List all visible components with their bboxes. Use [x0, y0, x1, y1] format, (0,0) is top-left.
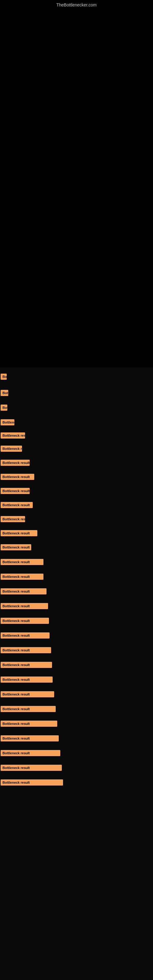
bottleneck-result-badge[interactable]: Bottleneck result: [1, 750, 60, 756]
result-item: Bottleneck result: [0, 404, 153, 413]
result-item: Bottleneck result: [0, 691, 153, 700]
bottleneck-result-badge[interactable]: Bottleneck result: [1, 662, 52, 668]
result-item: Bottleneck result: [0, 735, 153, 744]
bottleneck-result-badge[interactable]: Bottleneck result: [1, 502, 33, 508]
bottleneck-result-badge[interactable]: Bottleneck result: [1, 574, 43, 580]
header-region: TheBottlenecker.com: [0, 0, 153, 368]
bottleneck-result-badge[interactable]: Bottleneck result: [1, 559, 43, 565]
result-item: Bottleneck result: [0, 780, 153, 788]
result-item: Bottleneck result: [0, 516, 153, 525]
result-item: Bottleneck result: [0, 662, 153, 670]
bottleneck-result-badge[interactable]: Bottleneck result: [1, 419, 14, 425]
result-item: Bottleneck result: [0, 721, 153, 729]
bottleneck-result-badge[interactable]: Bottleneck result: [1, 530, 37, 536]
result-item: Bottleneck result: [0, 750, 153, 759]
result-item: Bottleneck result: [0, 390, 153, 398]
bottleneck-result-badge[interactable]: Bottleneck result: [1, 735, 59, 741]
results-container: Bottleneck resultBottleneck resultBottle…: [0, 368, 153, 788]
bottleneck-result-badge[interactable]: Bottleneck result: [1, 488, 30, 494]
bottleneck-result-badge[interactable]: Bottleneck result: [1, 474, 34, 480]
result-item: Bottleneck result: [0, 647, 153, 656]
bottleneck-result-badge[interactable]: Bottleneck result: [1, 721, 57, 727]
result-item: Bottleneck result: [0, 632, 153, 641]
result-item: Bottleneck result: [0, 603, 153, 612]
site-title: TheBottlenecker.com: [56, 2, 97, 7]
bottleneck-result-badge[interactable]: Bottleneck result: [1, 445, 22, 452]
bottleneck-result-badge[interactable]: Bottleneck result: [1, 460, 30, 466]
result-item: Bottleneck result: [0, 618, 153, 626]
result-item: Bottleneck result: [0, 488, 153, 496]
bottleneck-result-badge[interactable]: Bottleneck result: [1, 544, 31, 550]
bottleneck-result-badge[interactable]: Bottleneck result: [1, 618, 49, 624]
result-item: Bottleneck result: [0, 706, 153, 714]
bottleneck-result-badge[interactable]: Bottleneck result: [1, 588, 46, 595]
result-item: Bottleneck result: [0, 460, 153, 468]
bottleneck-result-badge[interactable]: Bottleneck result: [1, 765, 62, 771]
result-item: Bottleneck result: [0, 419, 153, 428]
bottleneck-result-badge[interactable]: Bottleneck result: [1, 404, 7, 411]
result-item: Bottleneck result: [0, 588, 153, 597]
result-item: Bottleneck result: [0, 676, 153, 685]
result-item: Bottleneck result: [0, 445, 153, 454]
bottleneck-result-badge[interactable]: Bottleneck result: [1, 676, 53, 682]
result-item: Bottleneck result: [0, 433, 153, 441]
result-item: Bottleneck result: [0, 374, 153, 382]
result-item: Bottleneck result: [0, 530, 153, 539]
bottleneck-result-badge[interactable]: Bottleneck result: [1, 603, 48, 609]
result-item: Bottleneck result: [0, 474, 153, 482]
bottleneck-result-badge[interactable]: Bottleneck result: [1, 780, 63, 786]
bottleneck-result-badge[interactable]: Bottleneck result: [1, 647, 51, 653]
bottleneck-result-badge[interactable]: Bottleneck result: [1, 374, 7, 380]
bottleneck-result-badge[interactable]: Bottleneck result: [1, 632, 49, 638]
result-item: Bottleneck result: [0, 502, 153, 511]
bottleneck-result-badge[interactable]: Bottleneck result: [1, 516, 25, 522]
bottleneck-result-badge[interactable]: Bottleneck result: [1, 706, 56, 712]
bottleneck-result-badge[interactable]: Bottleneck result: [1, 433, 25, 439]
result-item: Bottleneck result: [0, 544, 153, 553]
bottleneck-result-badge[interactable]: Bottleneck result: [1, 390, 8, 396]
bottleneck-result-badge[interactable]: Bottleneck result: [1, 691, 54, 697]
result-item: Bottleneck result: [0, 765, 153, 773]
result-item: Bottleneck result: [0, 559, 153, 568]
result-item: Bottleneck result: [0, 574, 153, 582]
